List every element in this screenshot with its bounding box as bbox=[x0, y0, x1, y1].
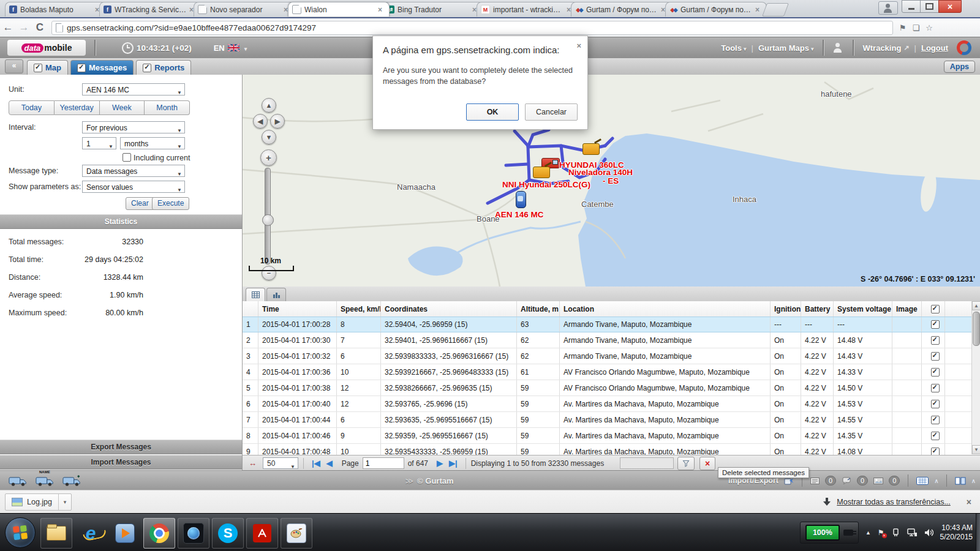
quick-interval-button[interactable]: Yesterday bbox=[55, 100, 100, 115]
browser-tab[interactable]: important - wtrackings bbox=[477, 2, 578, 17]
col-altitude[interactable]: Altitude, m bbox=[517, 301, 560, 317]
table-row[interactable]: 4 2015-04-01 17:00:36 10 32.5939216667, … bbox=[243, 364, 971, 380]
col-coordinates[interactable]: Coordinates bbox=[381, 301, 517, 317]
taskbar-skype[interactable]: S bbox=[212, 518, 244, 549]
filter-button[interactable] bbox=[677, 457, 695, 470]
tools-menu[interactable]: Tools bbox=[721, 43, 746, 53]
filter-input[interactable] bbox=[620, 457, 674, 469]
cancel-button[interactable]: Cancelar bbox=[525, 103, 578, 121]
next-page-icon[interactable]: ▶ bbox=[437, 459, 443, 468]
zoom-in-button[interactable]: + bbox=[260, 149, 277, 166]
keyboard-icon[interactable] bbox=[916, 477, 929, 485]
account-name[interactable]: Wtracking bbox=[863, 43, 902, 53]
table-row[interactable]: 8 2015-04-01 17:00:46 9 32.59359, -25.96… bbox=[243, 428, 971, 444]
taskbar-chrome[interactable] bbox=[143, 518, 175, 549]
map-checkbox[interactable] bbox=[34, 64, 42, 72]
browser-tab[interactable]: WTracking & Services, bbox=[99, 2, 201, 17]
car-icon[interactable] bbox=[516, 191, 526, 208]
tab-map[interactable]: Map bbox=[27, 60, 68, 75]
table-scrollbar[interactable]: ▲ ▼ bbox=[971, 301, 980, 454]
show-all-downloads-link[interactable]: Mostrar todas as transferências... bbox=[837, 498, 951, 506]
tab-messages[interactable]: Messages bbox=[70, 60, 134, 75]
table-row[interactable]: 1 2015-04-01 17:00:28 8 32.59404, -25.96… bbox=[243, 317, 971, 332]
prev-page-icon[interactable]: ◀ bbox=[326, 459, 333, 468]
taskbar-internet-explorer[interactable]: e bbox=[75, 518, 107, 549]
scrollbar-thumb[interactable] bbox=[973, 312, 980, 346]
tab-close-icon[interactable] bbox=[378, 6, 385, 13]
page-number-input[interactable] bbox=[363, 457, 404, 469]
collapse-chevron-icon[interactable]: ∧ bbox=[934, 478, 938, 484]
browser-tab[interactable]: Gurtam / Форум поль: bbox=[665, 2, 767, 17]
dialog-close-icon[interactable] bbox=[576, 41, 581, 50]
select-all-checkbox[interactable] bbox=[931, 305, 940, 313]
photo-icon[interactable] bbox=[873, 478, 883, 484]
taskbar-explorer[interactable] bbox=[40, 518, 72, 549]
map-unit-label[interactable]: AEN 146 MC bbox=[495, 210, 544, 219]
row-checkbox[interactable] bbox=[931, 368, 940, 377]
ok-button[interactable]: OK bbox=[466, 103, 519, 121]
monitoring-truck-icon[interactable] bbox=[9, 475, 27, 487]
table-row[interactable]: 2 2015-04-01 17:00:30 7 32.59401, -25.96… bbox=[243, 332, 971, 348]
excavator-icon[interactable] bbox=[533, 167, 550, 178]
taskbar-clock[interactable]: 10:43 AM 5/20/2015 bbox=[940, 523, 973, 542]
zoom-slider-knob[interactable] bbox=[262, 214, 274, 226]
taskbar-media-player[interactable] bbox=[109, 518, 141, 549]
taskbar-adobe-reader[interactable] bbox=[246, 518, 278, 549]
window-minimize-button[interactable] bbox=[902, 0, 921, 13]
interval-mode-select[interactable]: For previous bbox=[82, 121, 185, 133]
browser-tab[interactable]: Wialon bbox=[288, 2, 390, 17]
first-page-icon[interactable]: |◀ bbox=[312, 459, 320, 468]
row-checkbox[interactable] bbox=[931, 336, 940, 345]
chart-view-button[interactable] bbox=[266, 288, 286, 301]
chat-icon[interactable] bbox=[842, 477, 851, 484]
scroll-down-icon[interactable]: ▼ bbox=[972, 445, 980, 454]
delete-messages-button[interactable] bbox=[699, 457, 715, 470]
col-ignition[interactable]: Ignition bbox=[771, 301, 801, 317]
bookmark-star-icon[interactable]: ☆ bbox=[925, 23, 933, 32]
window-close-button[interactable] bbox=[938, 0, 962, 13]
network-icon[interactable] bbox=[907, 528, 918, 537]
page-size-select[interactable]: 50 bbox=[263, 457, 298, 469]
start-button[interactable] bbox=[5, 517, 36, 548]
download-bar-close-icon[interactable] bbox=[967, 497, 971, 507]
last-page-icon[interactable]: ▶| bbox=[449, 459, 458, 468]
log-book-icon[interactable] bbox=[955, 477, 966, 485]
clear-button[interactable]: Clear bbox=[126, 197, 154, 210]
url-bar[interactable]: gps.sensetracking.com/?sid=e9ae10bffee48… bbox=[51, 21, 893, 35]
download-item[interactable]: Log.jpg bbox=[5, 493, 72, 511]
speaker-icon[interactable] bbox=[924, 528, 933, 537]
tab-reports[interactable]: Reports bbox=[136, 60, 191, 75]
execute-button[interactable]: Execute bbox=[152, 197, 189, 210]
taskbar-paint[interactable] bbox=[281, 518, 312, 549]
export-messages-header[interactable]: Export Messages bbox=[0, 440, 242, 454]
col-battery[interactable]: Battery bbox=[801, 301, 834, 317]
table-row[interactable]: 7 2015-04-01 17:00:44 6 32.593635, -25.9… bbox=[243, 412, 971, 428]
message-type-select[interactable]: Data messages bbox=[82, 165, 185, 177]
autofit-columns-icon[interactable]: ↔ bbox=[249, 459, 257, 468]
show-desktop-button[interactable] bbox=[976, 514, 980, 551]
show-parameters-select[interactable]: Sensor values bbox=[82, 181, 185, 193]
col-location[interactable]: Location bbox=[560, 301, 771, 317]
including-current-checkbox[interactable] bbox=[123, 153, 131, 162]
scroll-up-icon[interactable]: ▲ bbox=[972, 301, 980, 310]
row-checkbox[interactable] bbox=[931, 432, 940, 440]
collapse-chevron-icon[interactable]: ∧ bbox=[971, 478, 975, 484]
tab-close-icon[interactable] bbox=[755, 6, 763, 13]
device-icon[interactable] bbox=[891, 528, 900, 537]
map-view[interactable]: ▲ ◀ ▶ ▼ + − 10 km HYUNDAI 360LC Nivelado… bbox=[243, 75, 980, 287]
window-maximize-button[interactable] bbox=[920, 0, 939, 13]
truck-name-icon[interactable]: NAME bbox=[36, 475, 54, 487]
logout-link[interactable]: Logout bbox=[921, 43, 948, 53]
pan-left-button[interactable]: ◀ bbox=[253, 114, 268, 129]
url-text[interactable]: gps.sensetracking.com/?sid=e9ae10bffee48… bbox=[67, 23, 316, 32]
notes-icon[interactable] bbox=[810, 478, 820, 484]
excavator-icon[interactable] bbox=[582, 143, 600, 155]
table-row[interactable]: 5 2015-04-01 17:00:38 12 32.5938266667, … bbox=[243, 380, 971, 396]
apps-button[interactable]: Apps bbox=[944, 61, 975, 73]
row-checkbox[interactable] bbox=[931, 384, 940, 392]
pan-up-button[interactable]: ▲ bbox=[262, 98, 276, 113]
flag-icon[interactable]: ⚑ bbox=[899, 23, 907, 32]
interval-unit-select[interactable]: months bbox=[120, 137, 185, 149]
pan-down-button[interactable]: ▼ bbox=[262, 130, 276, 144]
table-row[interactable]: 3 2015-04-01 17:00:32 6 32.5939833333, -… bbox=[243, 348, 971, 364]
